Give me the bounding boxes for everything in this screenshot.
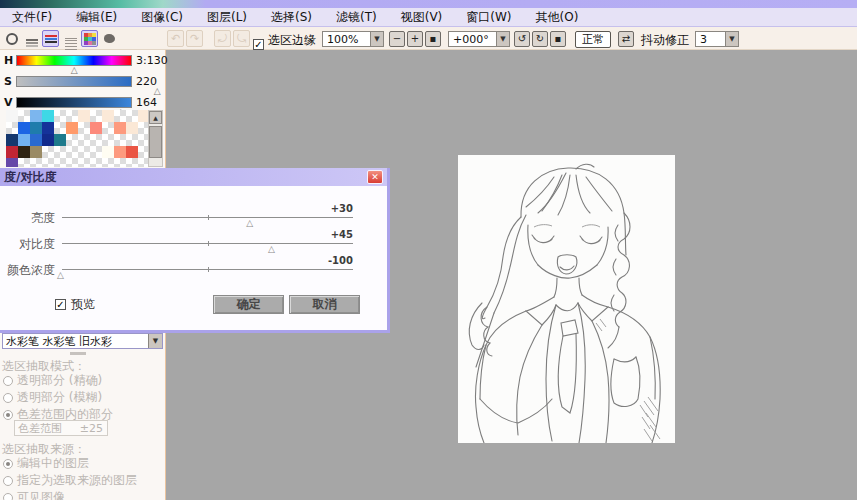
swatch[interactable] (114, 146, 126, 158)
color-depth-slider[interactable]: -100 △ (62, 269, 353, 270)
swatch[interactable] (54, 134, 66, 146)
flip-button[interactable]: ⇄ (618, 31, 634, 47)
zoom-in-button[interactable]: + (407, 31, 423, 47)
brightness-slider-handle[interactable]: △ (246, 219, 253, 228)
swatch[interactable] (90, 122, 102, 134)
menu-filter[interactable]: 滤镜(T) (336, 9, 377, 26)
rotate-cw-button[interactable]: ↻ (532, 31, 548, 47)
swatch[interactable] (126, 122, 138, 134)
brightness-slider[interactable]: +30 △ (62, 217, 353, 218)
blend-mode-button[interactable]: 正常 (575, 31, 611, 48)
scratchpad-icon[interactable] (101, 30, 118, 47)
saturation-slider-handle[interactable]: △ (154, 87, 161, 96)
rotate-reset-button[interactable]: ▪ (550, 31, 566, 47)
menu-window[interactable]: 窗口(W) (466, 9, 511, 26)
swatch[interactable] (6, 110, 18, 122)
radio-transparent-precise[interactable]: 透明部分 (精确) (3, 372, 102, 389)
ok-button[interactable]: 确定 (213, 295, 284, 314)
contrast-slider-handle[interactable]: △ (268, 245, 275, 254)
swatch[interactable] (54, 146, 66, 158)
radio-transparent-fuzzy[interactable]: 透明部分 (模糊) (3, 389, 102, 406)
swatch[interactable] (126, 146, 138, 158)
swatch[interactable] (30, 110, 42, 122)
swatch[interactable] (78, 146, 90, 158)
close-icon[interactable]: ✕ (367, 170, 383, 184)
scroll-up-icon[interactable]: ▲ (149, 111, 162, 124)
menu-others[interactable]: 其他(O) (536, 9, 579, 26)
swatch[interactable] (18, 110, 30, 122)
canvas-image[interactable] (458, 155, 675, 443)
swatch[interactable] (6, 158, 18, 167)
menu-edit[interactable]: 编辑(E) (76, 9, 117, 26)
swatch[interactable] (6, 146, 18, 158)
swatch-scrollbar[interactable]: ▲ (148, 110, 163, 167)
swatch[interactable] (6, 122, 18, 134)
swatch[interactable] (90, 146, 102, 158)
swatch[interactable] (30, 134, 42, 146)
swatch[interactable] (66, 122, 78, 134)
chevron-down-icon[interactable]: ▼ (725, 32, 738, 46)
cancel-button[interactable]: 取消 (289, 295, 360, 314)
swatch[interactable] (18, 158, 30, 167)
swatch[interactable] (66, 110, 78, 122)
swatch[interactable] (126, 158, 138, 167)
swatch[interactable] (78, 110, 90, 122)
swatch[interactable] (18, 134, 30, 146)
saturation-slider[interactable] (16, 76, 132, 87)
swatch[interactable] (102, 158, 114, 167)
swatch[interactable] (42, 134, 54, 146)
swatch[interactable] (114, 134, 126, 146)
swatch[interactable] (54, 122, 66, 134)
swatch[interactable] (54, 110, 66, 122)
swatch-panel-icon[interactable] (81, 30, 98, 47)
value-slider[interactable] (16, 97, 132, 108)
angle-dropdown[interactable]: +000° ▼ (448, 31, 510, 47)
swatch[interactable] (42, 146, 54, 158)
swatch[interactable] (114, 158, 126, 167)
swatch[interactable] (66, 134, 78, 146)
swatch[interactable] (126, 110, 138, 122)
radio-specified-layer[interactable]: 指定为选取来源的图层 (3, 472, 137, 489)
menu-image[interactable]: 图像(C) (141, 9, 183, 26)
zoom-out-button[interactable]: − (389, 31, 405, 47)
swatch[interactable] (102, 122, 114, 134)
selection-undo-button[interactable]: ⤾ (214, 30, 231, 47)
swatch[interactable] (54, 158, 66, 167)
rotate-ccw-button[interactable]: ↺ (514, 31, 530, 47)
scrollbar-thumb[interactable] (149, 126, 162, 158)
dialog-titlebar[interactable]: 度/对比度 (0, 168, 387, 186)
chevron-down-icon[interactable]: ▼ (148, 334, 162, 348)
chevron-down-icon[interactable]: ▼ (370, 32, 383, 46)
swatch[interactable] (18, 146, 30, 158)
undo-button[interactable]: ↶ (167, 30, 184, 47)
menu-select[interactable]: 选择(S) (271, 9, 312, 26)
radio-editing-layer[interactable]: 编辑中的图层 (3, 455, 89, 472)
swatch[interactable] (30, 122, 42, 134)
zoom-reset-button[interactable]: ▪ (425, 31, 441, 47)
swatch[interactable] (30, 158, 42, 167)
swatch[interactable] (42, 110, 54, 122)
jitter-dropdown[interactable]: 3 ▼ (695, 31, 739, 47)
swatch[interactable] (18, 122, 30, 134)
brush-preset-dropdown[interactable]: 水彩笔 水彩笔 旧水彩 ▼ (2, 333, 163, 349)
color-mixer-icon[interactable] (62, 30, 79, 47)
swatch[interactable] (114, 122, 126, 134)
swatch[interactable] (90, 110, 102, 122)
swatch[interactable] (66, 146, 78, 158)
menu-view[interactable]: 视图(V) (401, 9, 443, 26)
swatch[interactable] (102, 146, 114, 158)
swatch[interactable] (78, 122, 90, 134)
swatch[interactable] (114, 110, 126, 122)
contrast-slider[interactable]: +45 △ (62, 243, 353, 244)
menu-file[interactable]: 文件(F) (12, 9, 52, 26)
swatch[interactable] (126, 134, 138, 146)
swatch[interactable] (42, 158, 54, 167)
swatch[interactable] (102, 110, 114, 122)
selection-redo-button[interactable]: ⤿ (233, 30, 250, 47)
rgb-slider-icon[interactable] (23, 30, 40, 47)
preview-checkbox[interactable]: ✓ 预览 (55, 296, 95, 313)
color-depth-slider-handle[interactable]: △ (57, 271, 64, 280)
chevron-down-icon[interactable]: ▼ (496, 32, 509, 46)
swatch[interactable] (6, 134, 18, 146)
color-range-field[interactable]: 色差范围 ±25 (14, 420, 108, 436)
